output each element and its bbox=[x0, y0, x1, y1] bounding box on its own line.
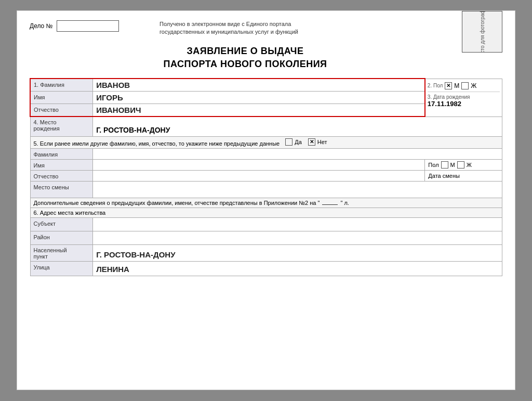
dop-sved-row: Дополнительные сведения о предыдущих фам… bbox=[30, 198, 502, 208]
prev-names-header-row: 5. Если ранее имели другие фамилию, имя,… bbox=[30, 136, 502, 148]
mesto-smeny-row: Место смены bbox=[30, 181, 502, 198]
rayon-value bbox=[93, 231, 502, 244]
address-header-row: 6. Адрес места жительства bbox=[30, 208, 502, 217]
prev-pol-block: Пол М Ж bbox=[425, 159, 502, 170]
imya-value: ИГОРЬ bbox=[93, 92, 425, 104]
mesto-rozhd-value: Г. РОСТОВ-НА-ДОНУ bbox=[93, 117, 502, 136]
delo-input[interactable] bbox=[57, 20, 119, 32]
pol-zh-label: Ж bbox=[471, 82, 476, 89]
ulica-label: Улица bbox=[30, 261, 93, 276]
photo-label: место для фотографии bbox=[480, 11, 485, 53]
form-table: 1. Фамилия ИВАНОВ 2. Пол М Ж 3. Дата рож… bbox=[30, 78, 502, 276]
dob-value: 17.11.1982 bbox=[428, 100, 500, 108]
prev-otchestvo-value bbox=[93, 170, 425, 181]
mesto-smeny-label: Место смены bbox=[30, 181, 93, 198]
rayon-row: Район bbox=[30, 231, 502, 244]
gender-dob-block: 2. Пол М Ж 3. Дата рождения 17.11.1982 bbox=[425, 79, 502, 117]
familia-value: ИВАНОВ bbox=[93, 79, 425, 92]
address-label: 6. Адрес места жительства bbox=[34, 210, 106, 216]
dob-label: 3. Дата рождения bbox=[428, 94, 500, 100]
net-label: Нет bbox=[317, 139, 327, 145]
page-title: ЗАЯВЛЕНИЕ О ВЫДАЧЕ ПАСПОРТА НОВОГО ПОКОЛ… bbox=[30, 45, 461, 71]
subject-label: Субъект bbox=[30, 217, 93, 231]
delo-block: Дело № bbox=[30, 20, 144, 32]
top-section: Дело № Получено в электронном виде с Еди… bbox=[30, 20, 502, 36]
data-smeny-label: Дата смены bbox=[428, 173, 460, 179]
da-label: Да bbox=[295, 139, 302, 145]
familia-label: 1. Фамилия bbox=[30, 79, 93, 92]
pol-label: 2. Пол bbox=[428, 83, 443, 88]
prev-familia-label: Фамилия bbox=[30, 148, 93, 159]
nasel-punkt-row: Населенный пункт Г. РОСТОВ-НА-ДОНУ bbox=[30, 244, 502, 261]
otchestvo-label: Отчество bbox=[30, 104, 93, 117]
title-block: ЗАЯВЛЕНИЕ О ВЫДАЧЕ ПАСПОРТА НОВОГО ПОКОЛ… bbox=[30, 45, 502, 71]
portal-text: Получено в электронном виде с Единого по… bbox=[159, 20, 326, 36]
prev-gender-zh-checkbox[interactable] bbox=[457, 161, 464, 169]
subject-row: Субъект bbox=[30, 217, 502, 231]
subject-value bbox=[93, 217, 502, 231]
prev-otchestvo-label: Отчество bbox=[30, 170, 93, 181]
mesto-rozhd-label: 4. Место рождения bbox=[30, 117, 93, 136]
da-checkbox[interactable] bbox=[285, 138, 292, 146]
otchestvo-value: ИВАНОВИЧ bbox=[93, 104, 425, 117]
prev-imya-row: Имя Пол М Ж bbox=[30, 159, 502, 170]
rayon-label: Район bbox=[30, 231, 93, 244]
gender-m-checkbox[interactable] bbox=[445, 82, 452, 89]
prev-data-text: 5. Если ранее имели другие фамилию, имя,… bbox=[34, 140, 280, 147]
dop-sved-text: Дополнительные сведения о предыдущих фам… bbox=[34, 200, 320, 206]
prev-pol-zh: Ж bbox=[467, 162, 472, 168]
prev-familia-row: Фамилия bbox=[30, 148, 502, 159]
prev-imya-value bbox=[93, 159, 425, 170]
delo-label: Дело № bbox=[30, 22, 52, 30]
familia-row: 1. Фамилия ИВАНОВ 2. Пол М Ж 3. Дата рож… bbox=[30, 79, 502, 92]
gender-zh-checkbox[interactable] bbox=[461, 82, 469, 89]
mesto-row: 4. Место рождения Г. РОСТОВ-НА-ДОНУ bbox=[30, 117, 502, 136]
dop-sved-suffix: " л. bbox=[340, 200, 349, 206]
prev-pol-label: Пол bbox=[428, 162, 438, 168]
data-smeny-block: Дата смены bbox=[425, 170, 502, 181]
prev-otchestvo-row: Отчество Дата смены bbox=[30, 170, 502, 181]
photo-placeholder: место для фотографии bbox=[462, 11, 502, 53]
pol-m-label: М bbox=[454, 82, 459, 89]
nasel-punkt-value: Г. РОСТОВ-НА-ДОНУ bbox=[93, 244, 502, 261]
ulica-value: ЛЕНИНА bbox=[93, 261, 502, 276]
net-checkbox[interactable] bbox=[308, 138, 315, 146]
prev-pol-m: М bbox=[450, 162, 455, 168]
prev-familia-value bbox=[93, 148, 502, 159]
imya-label: Имя bbox=[30, 92, 93, 104]
mesto-smeny-value bbox=[93, 181, 502, 198]
prev-gender-m-checkbox[interactable] bbox=[441, 161, 448, 169]
page: Дело № Получено в электронном виде с Еди… bbox=[17, 10, 515, 390]
prev-imya-label: Имя bbox=[30, 159, 93, 170]
ulica-row: Улица ЛЕНИНА bbox=[30, 261, 502, 276]
nasel-punkt-label: Населенный пункт bbox=[30, 244, 93, 261]
